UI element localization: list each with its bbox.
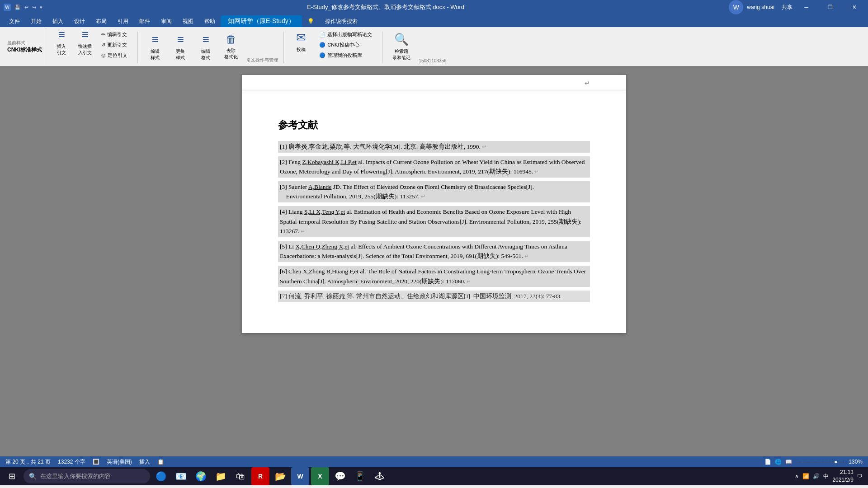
taskbar-app3[interactable]: 🕹 <box>371 467 389 485</box>
taskbar-cortana[interactable]: 🔵 <box>152 467 170 485</box>
taskbar: ⊞ 🔍 在这里输入你要搜索的内容 🔵 📧 🌍 📁 🛍 R 📂 W X 💬 📱 🕹… <box>0 467 868 485</box>
edit-style-label: 编辑样式 <box>151 48 160 61</box>
manage-submissions-button[interactable]: 🔵 管理我的投稿库 <box>317 51 374 60</box>
tab-design[interactable]: 设计 <box>69 15 90 27</box>
remove-format-label: 去除格式化 <box>224 47 238 60</box>
manage-sub-icon: 🔵 <box>319 52 326 58</box>
taskbar-wechat[interactable]: 💬 <box>331 467 349 485</box>
reference-6: [6] Chen X,Zhong B,Huang F,et al. The Ro… <box>278 266 590 287</box>
search-notes-button[interactable]: 🔍 检索题录和笔记 <box>390 33 413 60</box>
restore-button[interactable]: ❐ <box>820 0 840 14</box>
ref-3-return: ↵ <box>420 193 425 200</box>
minimize-button[interactable]: ─ <box>796 0 816 14</box>
username: wang shuai <box>747 4 774 10</box>
remove-format-button[interactable]: 🗑 去除格式化 <box>219 33 243 60</box>
view-normal-icon[interactable]: 📄 <box>764 459 771 465</box>
clock-date: 2021/2/9 <box>832 476 854 484</box>
update-reference-button[interactable]: ↺ 更新引文 <box>99 41 129 49</box>
taskbar-excel[interactable]: X <box>311 467 329 485</box>
edit-format-label: 编辑格式 <box>201 48 210 61</box>
cnki-ribbon: 当前样式: CNKI标准样式 ≡ 插入引文 ≡ 快速插入引文 ✏ 编辑引文 ↺ … <box>0 27 868 66</box>
title-bar-left: W 💾 ↩ ↪ ▾ <box>4 4 42 11</box>
tab-view[interactable]: 视图 <box>177 15 199 27</box>
status-bar: 第 20 页，共 21 页 13232 个字 🔳 英语(美国) 插入 📋 📄 🌐… <box>0 456 868 467</box>
start-button[interactable]: ⊞ <box>2 467 22 485</box>
view-read-icon[interactable]: 📖 <box>785 459 792 465</box>
reference-4: [4] Liang S,Li X,Teng Y,et al. Estimatio… <box>278 206 590 237</box>
change-style-label: 更换样式 <box>176 48 185 61</box>
ref-1-return: ↵ <box>482 144 486 150</box>
submit-button[interactable]: ✉ 投稿 <box>289 28 313 55</box>
taskbar-folder[interactable]: 📁 <box>212 467 230 485</box>
taskbar-arrow-up[interactable]: ∧ <box>795 473 799 479</box>
taskbar-word[interactable]: W <box>291 467 309 485</box>
divider-2 <box>283 32 284 63</box>
locate-reference-button[interactable]: ◎ 定位引文 <box>99 51 129 60</box>
current-style-label: 当前样式: <box>7 40 42 46</box>
clock[interactable]: 21:13 2021/2/9 <box>832 469 854 484</box>
taskbar-browser-edge[interactable]: 📧 <box>172 467 190 485</box>
update-ref-label: 更新引文 <box>107 42 127 48</box>
search-bar[interactable]: 🔍 在这里输入你要搜索的内容 <box>24 469 150 483</box>
tab-home[interactable]: 开始 <box>25 15 47 27</box>
quick-insert-reference-button[interactable]: ≡ 快速插入引文 <box>73 28 97 55</box>
word-count: 13232 个字 <box>58 458 85 466</box>
select-pub-icon: 📄 <box>319 32 326 38</box>
quick-insert-icon: ≡ <box>82 28 89 42</box>
cnki-submit-icon: 🔵 <box>319 42 326 48</box>
search-placeholder: 在这里输入你要搜索的内容 <box>40 472 111 480</box>
submit-icon: ✉ <box>296 31 306 45</box>
status-icon-2: 📋 <box>157 459 164 465</box>
update-icon: ↺ <box>101 42 105 48</box>
share-button[interactable]: 共享 <box>782 4 793 11</box>
page-top: ↵ <box>242 75 626 91</box>
tab-file[interactable]: 文件 <box>4 15 25 27</box>
taskbar-r-app[interactable]: R <box>251 467 269 485</box>
ref-6-return: ↵ <box>465 278 471 285</box>
edit-style-button[interactable]: ≡ 编辑样式 <box>143 33 167 60</box>
word-icon: W <box>4 4 11 11</box>
reference-5: [5] Li X,Chen Q,Zheng X,et al. Effects o… <box>278 241 590 262</box>
language-indicator: 英语(美国) <box>107 458 132 466</box>
taskbar-app2[interactable]: 📱 <box>351 467 369 485</box>
user-avatar[interactable]: W <box>729 0 743 14</box>
divider-3 <box>382 32 382 63</box>
tab-help[interactable]: 帮助 <box>199 15 221 27</box>
ref-6-underline: X,Zhong B,Huang F,et <box>303 268 359 275</box>
title-bar-right: W wang shuai 共享 ─ ❐ ✕ <box>729 0 864 14</box>
search-icon: 🔍 <box>394 33 409 47</box>
ref-3-underline: A,Blande <box>308 183 331 190</box>
select-publication-button[interactable]: 📄 选择出版物写稿论文 <box>317 30 374 39</box>
taskbar-files[interactable]: 📂 <box>271 467 289 485</box>
submit-label: 投稿 <box>297 47 306 53</box>
search-notes-label: 检索题录和笔记 <box>392 48 410 61</box>
ref-2-underline: Z,Kobayashi K,Li P,et <box>302 159 357 165</box>
taskbar-store[interactable]: 🛍 <box>231 467 250 485</box>
status-right: 📄 🌐 📖 ──────────●── 130% <box>764 459 863 465</box>
ref-2-return: ↵ <box>533 169 539 175</box>
locate-icon: ◎ <box>101 52 106 58</box>
edit-format-button[interactable]: ≡ 编辑格式 <box>194 33 217 60</box>
edit-reference-button[interactable]: ✏ 编辑引文 <box>99 30 129 39</box>
divider-1 <box>137 32 138 63</box>
cnki-submit-center-button[interactable]: 🔵 CNKI投稿中心 <box>317 41 374 49</box>
tab-mailings[interactable]: 邮件 <box>134 15 156 27</box>
tab-cnki[interactable]: 知网研学（原E-Study） <box>221 15 302 27</box>
close-button[interactable]: ✕ <box>844 0 864 14</box>
change-style-icon: ≡ <box>177 33 184 47</box>
taskbar-browser[interactable]: 🌍 <box>192 467 210 485</box>
ref-5-return: ↵ <box>523 253 529 259</box>
tab-insert[interactable]: 插入 <box>47 15 69 27</box>
taskbar-icons: 🔵 📧 🌍 📁 🛍 R 📂 W X 💬 📱 🕹 <box>152 467 389 485</box>
tab-review[interactable]: 审阅 <box>156 15 177 27</box>
change-style-button[interactable]: ≡ 更换样式 <box>169 33 192 60</box>
title-bar: W 💾 ↩ ↪ ▾ E-Study_修改参考文献格式、取消参考文献格式.docx… <box>0 0 868 14</box>
insert-reference-button[interactable]: ≡ 插入引文 <box>50 28 73 55</box>
view-web-icon[interactable]: 🌐 <box>775 459 782 465</box>
remove-format-icon: 🗑 <box>226 33 236 46</box>
taskbar-notification[interactable]: 🗨 <box>857 473 863 479</box>
ref-4-underline: S,Li X,Teng Y,et <box>304 208 345 215</box>
current-style-value: CNKI标准样式 <box>7 46 42 54</box>
zoom-slider[interactable]: ──────────●── <box>796 459 845 465</box>
reference-2: [2] Feng Z,Kobayashi K,Li P,et al. Impac… <box>278 156 590 178</box>
